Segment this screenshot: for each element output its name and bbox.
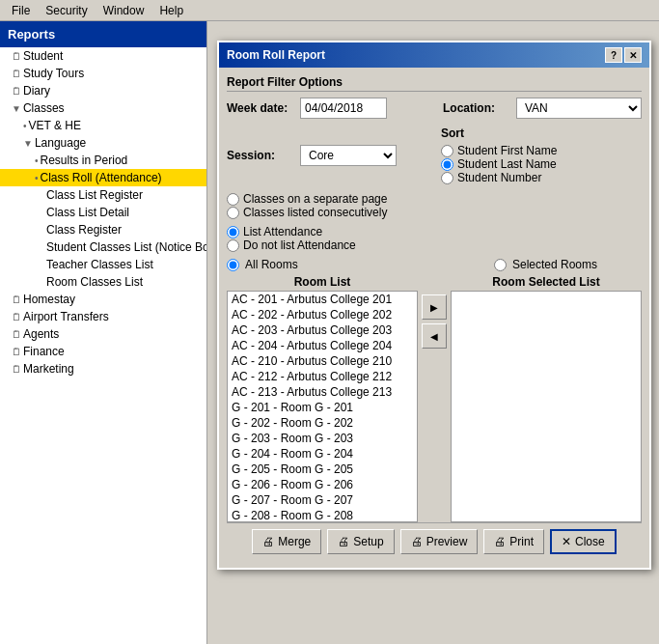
room-selected-list-title: Room Selected List [451, 275, 642, 289]
room-list-item[interactable]: AC - 212 - Arbutus College 212 [228, 369, 417, 384]
close-icon: ✕ [562, 535, 571, 548]
dialog-titlebar: Room Roll Report ? ✕ [219, 42, 649, 68]
room-list-item[interactable]: G - 207 - Room G - 207 [228, 492, 417, 508]
sort-number-radio[interactable] [441, 172, 453, 184]
selected-rooms-radio[interactable] [494, 259, 507, 271]
sidebar-item-results-in-period[interactable]: • Results in Period [0, 152, 206, 169]
room-list-item[interactable]: G - 208 - Room G - 208 [228, 508, 417, 522]
room-list-item[interactable]: AC - 202 - Arbutus College 202 [228, 307, 417, 322]
dialog-help-button[interactable]: ? [605, 47, 622, 63]
menu-file[interactable]: File [4, 2, 38, 19]
room-list-item[interactable]: AC - 204 - Arbutus College 204 [228, 338, 417, 353]
sidebar-item-airport-transfers[interactable]: 🗒 Airport Transfers [0, 308, 206, 325]
sort-last-name-label: Student Last Name [457, 157, 557, 171]
room-list-item[interactable]: G - 201 - Room G - 201 [228, 400, 417, 415]
sidebar-item-agents[interactable]: 🗒 Agents [0, 325, 206, 343]
room-selected-list[interactable] [451, 291, 642, 522]
transfer-right-button[interactable]: ▶ [422, 294, 447, 320]
folder-icon: 🗒 [12, 347, 21, 357]
room-list-item[interactable]: AC - 203 - Arbutus College 203 [228, 322, 417, 338]
room-list[interactable]: AC - 201 - Arbutus College 201AC - 202 -… [227, 291, 418, 522]
classes-consecutive-row[interactable]: Classes listed consecutively [227, 206, 387, 219]
session-row: Session: CoreMorningAfternoonEvening Sor… [227, 126, 642, 184]
sort-number-row[interactable]: Student Number [441, 171, 557, 184]
list-attendance-row[interactable]: List Attendance [227, 225, 642, 238]
dialog-overlay: Room Roll Report ? ✕ Report Filter Optio… [207, 21, 659, 644]
sort-first-name-row[interactable]: Student First Name [441, 144, 557, 157]
print-button[interactable]: 🖨 Print [483, 529, 544, 554]
room-section: Room List AC - 201 - Arbutus College 201… [227, 275, 642, 522]
all-rooms-row: All Rooms Selected Rooms [227, 258, 642, 271]
menu-window[interactable]: Window [96, 2, 152, 19]
sidebar-item-class-list-register[interactable]: Class List Register [0, 186, 206, 204]
folder-icon: 🗒 [12, 294, 21, 305]
sidebar-title: Reports [0, 21, 206, 47]
bullet-icon: • [35, 173, 39, 183]
room-list-title: Room List [227, 275, 418, 289]
classes-separate-row[interactable]: Classes on a separate page [227, 192, 387, 206]
room-list-item[interactable]: G - 205 - Room G - 205 [228, 462, 417, 477]
sidebar-item-class-list-detail[interactable]: Class List Detail [0, 204, 206, 221]
session-label: Session: [227, 149, 294, 162]
sidebar: Reports 🗒 Student 🗒 Study Tours 🗒 Diary … [0, 21, 207, 644]
week-date-input[interactable] [300, 98, 387, 119]
sidebar-item-language[interactable]: ▼ Language [0, 134, 206, 152]
sort-last-name-radio[interactable] [441, 158, 453, 171]
sidebar-item-homestay[interactable]: 🗒 Homestay [0, 291, 206, 308]
bottom-bar: 🖨 Merge 🖨 Setup 🖨 Preview 🖨 Print ✕ [227, 522, 642, 560]
print-icon: 🖨 [494, 535, 506, 548]
sidebar-item-study-tours[interactable]: 🗒 Study Tours [0, 65, 206, 82]
do-not-list-attendance-row[interactable]: Do not list Attendance [227, 238, 642, 252]
list-attendance-radio[interactable] [227, 226, 239, 238]
merge-button[interactable]: 🖨 Merge [252, 529, 321, 554]
menu-help[interactable]: Help [151, 2, 191, 19]
sidebar-item-finance[interactable]: 🗒 Finance [0, 343, 206, 360]
sidebar-item-class-roll-attendance[interactable]: • Class Roll (Attendance) [0, 169, 206, 186]
setup-button[interactable]: 🖨 Setup [327, 529, 394, 554]
preview-icon: 🖨 [411, 535, 423, 548]
folder-icon: 🗒 [12, 86, 21, 97]
classes-separate-radio[interactable] [227, 193, 239, 206]
sort-first-name-radio[interactable] [441, 145, 453, 157]
sort-last-name-row[interactable]: Student Last Name [441, 157, 557, 171]
expand-icon: ▼ [23, 138, 33, 149]
room-list-item[interactable]: AC - 201 - Arbutus College 201 [228, 292, 417, 307]
sidebar-item-student[interactable]: 🗒 Student [0, 47, 206, 65]
folder-icon: 🗒 [12, 364, 21, 375]
do-not-list-attendance-radio[interactable] [227, 239, 239, 252]
dialog-titlebar-buttons: ? ✕ [605, 47, 642, 63]
do-not-list-attendance-label: Do not list Attendance [243, 238, 356, 252]
expand-icon: ▼ [12, 103, 21, 114]
all-rooms-radio[interactable] [227, 259, 239, 271]
room-list-item[interactable]: AC - 213 - Arbutus College 213 [228, 384, 417, 400]
sidebar-item-marketing[interactable]: 🗒 Marketing [0, 360, 206, 378]
sidebar-item-class-register[interactable]: Class Register [0, 221, 206, 238]
room-list-container: Room List AC - 201 - Arbutus College 201… [227, 275, 418, 522]
folder-icon: 🗒 [12, 69, 21, 79]
location-label: Location: [443, 101, 510, 115]
menubar: File Security Window Help [0, 0, 659, 21]
sidebar-item-teacher-classes-list[interactable]: Teacher Classes List [0, 256, 206, 273]
dialog-close-button[interactable]: ✕ [624, 47, 642, 63]
close-button[interactable]: ✕ Close [550, 529, 617, 554]
room-list-item[interactable]: G - 206 - Room G - 206 [228, 477, 417, 492]
sidebar-item-room-classes-list[interactable]: Room Classes List [0, 273, 206, 291]
classes-consecutive-radio[interactable] [227, 207, 239, 219]
sidebar-item-diary[interactable]: 🗒 Diary [0, 82, 206, 99]
sidebar-item-student-classes-list[interactable]: Student Classes List (Notice Bo [0, 238, 206, 256]
room-list-item[interactable]: G - 202 - Room G - 202 [228, 415, 417, 431]
menu-security[interactable]: Security [38, 2, 95, 19]
location-select[interactable]: VANCBDONLINE [516, 98, 642, 119]
room-list-item[interactable]: G - 204 - Room G - 204 [228, 446, 417, 462]
selected-rooms-label: Selected Rooms [512, 258, 597, 271]
sort-first-name-label: Student First Name [457, 144, 557, 157]
room-list-item[interactable]: G - 203 - Room G - 203 [228, 431, 417, 446]
dialog-body: Report Filter Options Week date: Locatio… [219, 68, 649, 568]
transfer-left-button[interactable]: ◀ [422, 323, 447, 349]
session-select[interactable]: CoreMorningAfternoonEvening [300, 145, 397, 166]
preview-button[interactable]: 🖨 Preview [400, 529, 479, 554]
room-list-item[interactable]: AC - 210 - Arbutus College 210 [228, 353, 417, 369]
sidebar-item-classes[interactable]: ▼ Classes [0, 99, 206, 117]
sort-title: Sort [441, 126, 557, 140]
sidebar-item-vet-he[interactable]: • VET & HE [0, 117, 206, 134]
